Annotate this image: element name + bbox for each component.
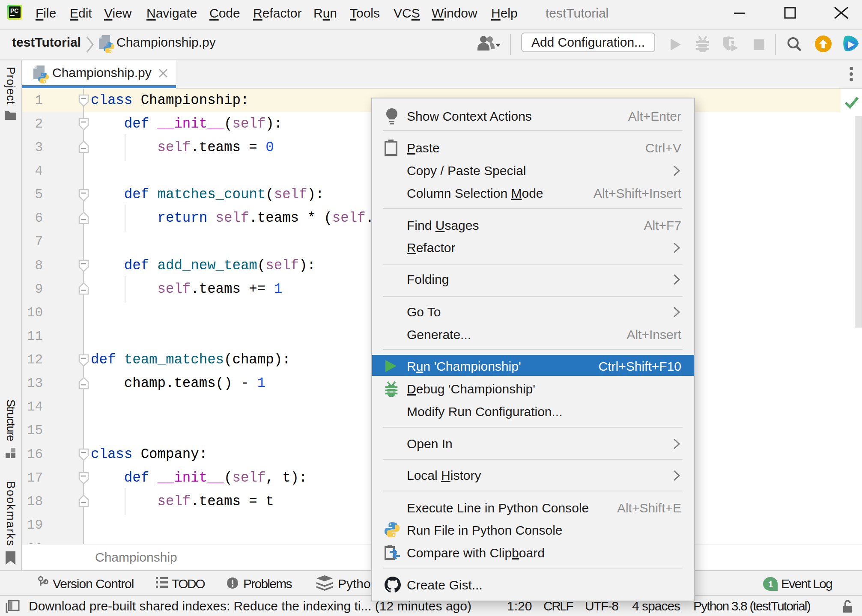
svg-text:1: 1 [768,580,773,589]
